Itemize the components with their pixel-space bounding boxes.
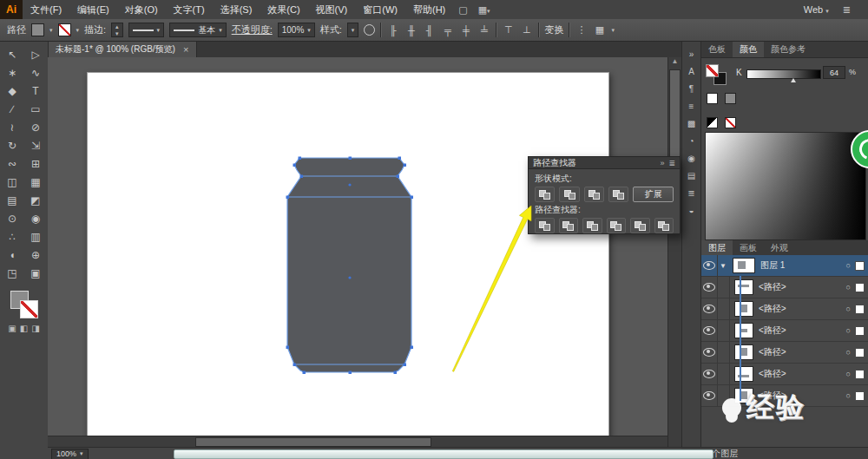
zoom-tool[interactable]: ⊕ xyxy=(24,246,48,264)
none-swatch[interactable] xyxy=(725,117,736,128)
path-name[interactable]: <路径> xyxy=(759,346,846,358)
tab-artboards[interactable]: 画板 xyxy=(733,240,764,256)
workspace-switcher[interactable]: Web ▾ xyxy=(804,4,829,15)
style-dropdown[interactable]: ▾ xyxy=(347,23,359,37)
align-v-center-button[interactable]: ╪ xyxy=(459,25,472,36)
merge-button[interactable] xyxy=(582,218,602,233)
k-slider[interactable] xyxy=(746,69,821,79)
target-circle-icon[interactable]: ○ xyxy=(846,391,851,400)
path-row[interactable]: <路径> ○ xyxy=(701,320,868,342)
visibility-toggle[interactable] xyxy=(701,320,718,341)
path-name[interactable]: <路径> xyxy=(759,303,846,315)
selection-indicator[interactable] xyxy=(855,326,865,336)
close-tab-icon[interactable]: × xyxy=(183,44,188,55)
magic-wand-tool[interactable]: ∗ xyxy=(1,63,24,82)
paintbrush-tool[interactable]: ≀ xyxy=(1,118,24,136)
recolor-artwork-icon[interactable] xyxy=(364,24,375,36)
menu-item-help[interactable]: 帮助(H) xyxy=(405,3,453,16)
target-circle-icon[interactable]: ○ xyxy=(846,305,851,313)
character-panel-icon[interactable]: A xyxy=(688,62,694,80)
target-circle-icon[interactable]: ○ xyxy=(846,370,851,378)
panel-menu-icon[interactable]: ≣ xyxy=(838,4,856,16)
visibility-toggle[interactable] xyxy=(701,255,718,276)
zoom-level-dropdown[interactable]: 100%▾ xyxy=(51,449,89,459)
distribute-h-button[interactable]: ⊤ xyxy=(502,24,515,36)
rectangle-tool[interactable]: ▭ xyxy=(24,100,48,118)
selection-indicator[interactable] xyxy=(855,261,865,271)
graph-tool[interactable]: ▥ xyxy=(24,227,48,246)
visibility-toggle[interactable] xyxy=(701,385,718,406)
menu-item-effect[interactable]: 效果(C) xyxy=(260,3,307,16)
minus-back-button[interactable] xyxy=(654,218,674,233)
stroke-proxy[interactable] xyxy=(20,300,38,318)
menu-item-window[interactable]: 窗口(W) xyxy=(355,3,405,16)
white-swatch[interactable] xyxy=(707,93,718,104)
line-tool[interactable]: ∕ xyxy=(1,100,24,118)
align-left-button[interactable]: ╟ xyxy=(386,25,399,36)
path-row[interactable]: <路径> ○ xyxy=(701,342,868,364)
fill-proxy-small[interactable] xyxy=(706,64,719,77)
visibility-toggle[interactable] xyxy=(701,298,718,319)
path-name[interactable]: <路径> xyxy=(759,281,846,293)
minus-front-button[interactable] xyxy=(559,187,579,202)
path-name[interactable]: <路径> xyxy=(759,368,846,380)
menu-item-file[interactable]: 文件(F) xyxy=(23,3,69,16)
selection-indicator[interactable] xyxy=(855,348,865,357)
eyedropper-tool[interactable]: ⊙ xyxy=(1,209,24,227)
pen-tool[interactable]: ◆ xyxy=(1,82,24,100)
info-panel-icon[interactable]: ◒ xyxy=(688,201,694,219)
free-transform-tool[interactable]: ⊞ xyxy=(24,154,48,173)
visibility-toggle[interactable] xyxy=(701,342,718,363)
path-row[interactable]: <路径> ○ xyxy=(701,364,868,385)
rotate-tool[interactable]: ↻ xyxy=(1,136,24,154)
k-value-field[interactable]: 64 xyxy=(823,66,845,79)
pathfinder-menu-icon[interactable]: ≣ xyxy=(668,159,675,167)
intersect-button[interactable] xyxy=(584,187,604,202)
expand-triangle-icon[interactable]: ▼ xyxy=(720,262,727,270)
tab-layers[interactable]: 图层 xyxy=(701,240,733,256)
mesh-tool[interactable]: ▤ xyxy=(1,191,24,209)
target-circle-icon[interactable]: ○ xyxy=(846,261,851,270)
target-circle-icon[interactable]: ○ xyxy=(846,326,851,335)
arrange-documents-icon[interactable]: ▦▾ xyxy=(473,4,496,16)
bridge-icon[interactable]: ▢ xyxy=(453,4,472,16)
scale-tool[interactable]: ⇲ xyxy=(24,136,48,154)
layer-name[interactable]: 图层 1 xyxy=(760,259,846,272)
fill-stroke-indicator[interactable] xyxy=(10,291,38,318)
selection-indicator[interactable] xyxy=(855,305,865,314)
trim-button[interactable] xyxy=(559,218,579,233)
visibility-toggle[interactable] xyxy=(701,277,718,298)
shape-builder-tool[interactable]: ◫ xyxy=(1,173,24,191)
selection-indicator[interactable] xyxy=(855,391,865,401)
gradient-panel-icon[interactable]: ▩ xyxy=(687,115,695,132)
expand-dock-icon[interactable]: » xyxy=(689,45,694,62)
document-tab[interactable]: 未标题-1* @ 100% (RGB/预览) × xyxy=(48,42,197,57)
menu-item-object[interactable]: 对象(O) xyxy=(117,3,166,16)
align-right-button[interactable]: ╢ xyxy=(423,25,436,36)
target-circle-icon[interactable]: ○ xyxy=(846,283,851,292)
align-h-center-button[interactable]: ╫ xyxy=(404,25,418,36)
draw-inside-mode-icon[interactable]: ◨ xyxy=(31,324,39,333)
layer-row-selected[interactable]: ▼ 图层 1 ○ xyxy=(701,255,868,277)
hand-tool[interactable]: ◖ xyxy=(1,246,24,264)
expand-button[interactable]: 扩展 xyxy=(633,187,674,202)
collapse-panel-icon[interactable]: » xyxy=(660,159,664,167)
type-tool[interactable]: T xyxy=(24,82,48,100)
width-profile-dropdown[interactable]: ▾ xyxy=(128,23,165,37)
width-tool[interactable]: ∾ xyxy=(1,154,24,173)
align-bottom-button[interactable]: ╧ xyxy=(477,25,490,36)
tab-color-guide[interactable]: 颜色参考 xyxy=(764,42,812,57)
symbol-sprayer-tool[interactable]: ∴ xyxy=(1,227,24,246)
tab-color[interactable]: 颜色 xyxy=(733,42,764,57)
k-slider-thumb[interactable] xyxy=(791,78,796,82)
gradient-tool[interactable]: ◩ xyxy=(24,191,48,209)
distribute-v-button[interactable]: ⊥ xyxy=(520,24,533,36)
menu-item-select[interactable]: 选择(S) xyxy=(213,3,260,16)
transform-link[interactable]: 变换 xyxy=(544,23,563,36)
exclude-button[interactable] xyxy=(608,187,628,202)
color-spectrum-ramp[interactable] xyxy=(705,132,866,240)
path-row[interactable]: <路径> ○ xyxy=(701,298,868,320)
paragraph-panel-icon[interactable]: ¶ xyxy=(689,80,694,97)
symbols-panel-icon[interactable]: ◉ xyxy=(687,149,695,167)
tab-swatches[interactable]: 色板 xyxy=(701,42,733,57)
